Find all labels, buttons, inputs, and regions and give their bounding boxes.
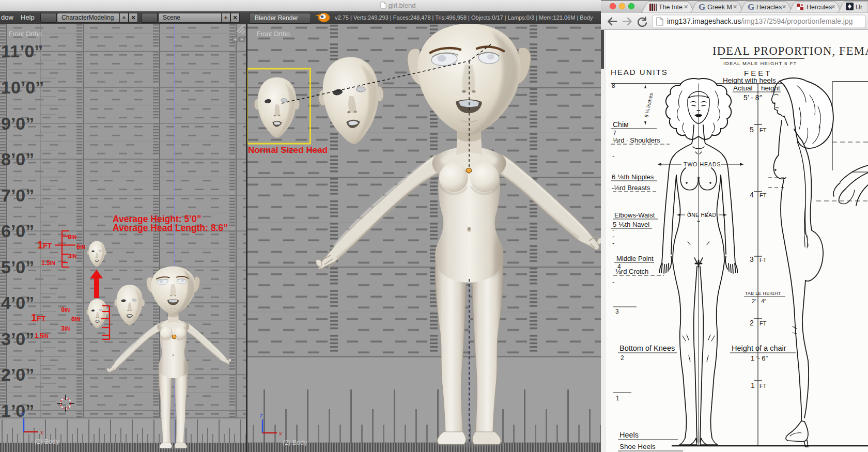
svg-text:G: G [748,2,754,12]
svg-text:1.5IN: 1.5IN [35,332,49,339]
svg-text:2′ - 4″: 2′ - 4″ [752,298,766,304]
svg-text:height: height [761,84,780,92]
svg-text:+: + [234,37,237,42]
svg-text:Mіddle Poіnt: Mіddle Poіnt [616,255,654,262]
svg-text:8: 8 [612,82,615,89]
svg-text:x: x [279,430,282,437]
svg-text:10’0”: 10’0” [1,77,44,97]
svg-text:8’0”: 8’0” [1,149,34,169]
svg-text:Height with heels: Height with heels [723,76,776,84]
svg-text:9’0”: 9’0” [1,114,34,133]
svg-text:7: 7 [613,130,616,137]
svg-text:FT: FT [760,320,767,326]
svg-text:Front Ortho: Front Ortho [257,30,290,38]
svg-text:6 ⅙th Nіpples: 6 ⅙th Nіpples [612,173,654,181]
svg-text:✕: ✕ [733,4,737,10]
svg-text:6’0”: 6’0” [1,221,34,241]
svg-text:6IN: 6IN [76,243,85,251]
svg-text:1 ′- 6″: 1 ′- 6″ [751,354,768,362]
svg-text:-⅓rd Breasts: -⅓rd Breasts [612,184,650,192]
svg-text:5′ - 8″: 5′ - 8″ [743,93,762,102]
svg-text:Actual: Actual [733,84,753,92]
svg-text:6IN: 6IN [71,315,80,323]
svg-text:(2) Body: (2) Body [35,438,59,445]
svg-text:2’0”: 2’0” [1,365,34,384]
svg-text:Ur: Ur [856,4,862,11]
svg-text:-: - [612,239,614,247]
svg-text:HEAD UNITS: HEAD UNITS [611,68,668,76]
svg-text:3: 3 [615,308,619,315]
svg-text:TWO HEADS: TWO HEADS [684,161,721,167]
svg-text:Front Ortho: Front Ortho [9,30,42,38]
svg-text:✕: ✕ [782,4,786,10]
svg-text:-: - [612,278,614,286]
svg-text:IDEAL PROPORTION, FEMA: IDEAL PROPORTION, FEMA [712,44,868,57]
svg-text:Shoe Heels: Shoe Heels [619,443,656,450]
svg-text:1.5IN: 1.5IN [41,259,55,267]
svg-text:5 ⅙th Navel: 5 ⅙th Navel [613,221,649,228]
svg-text:FT: FT [760,383,767,389]
svg-text:img137.imageshack.us/img137/25: img137.imageshack.us/img137/2594/proport… [667,17,853,25]
svg-text:⅓rd Crotch: ⅓rd Crotch [615,268,648,275]
svg-text:G: G [699,2,705,12]
svg-text:z: z [21,411,24,417]
svg-text:1: 1 [751,381,755,389]
svg-text:Heels: Heels [619,431,639,439]
svg-text:7’0”: 7’0” [1,185,34,205]
svg-text:Chiм: Chiм [613,120,629,129]
svg-text:5’0”: 5’0” [1,257,34,277]
svg-text:FT: FT [760,257,767,263]
svg-text:4’0”: 4’0” [1,293,34,313]
svg-text:11’0”: 11’0” [1,41,43,61]
svg-text:-: - [612,152,614,160]
svg-text:Elbows-Waіst: Elbows-Waіst [614,211,655,219]
svg-text:Heіght of a chaіr: Heіght of a chaіr [732,344,786,352]
svg-text:5: 5 [750,126,754,134]
svg-text:9IN: 9IN [61,306,70,314]
svg-text:9IN: 9IN [68,233,76,241]
svg-text:Average Head Length: 8.6”: Average Head Length: 8.6” [113,223,228,233]
svg-text:1: 1 [616,395,619,402]
svg-text:3IN: 3IN [61,324,70,332]
svg-text:3’0”: 3’0” [1,329,34,349]
svg-text:ONE HEAD: ONE HEAD [687,212,716,218]
svg-text:✕: ✕ [831,4,835,10]
svg-text:Normal Sized Head: Normal Sized Head [248,145,328,155]
svg-text:IDEAL MALE HEIGHT 6 FT: IDEAL MALE HEIGHT 6 FT [723,60,797,66]
svg-text:x: x [40,429,43,435]
svg-text:FT: FT [760,192,767,198]
svg-text:TAB LE HEIGHT: TAB LE HEIGHT [745,291,781,296]
svg-text:FT: FT [760,127,767,133]
svg-text:3IN: 3IN [68,252,76,260]
svg-text:Bottom of Knees: Bottom of Knees [619,344,675,352]
svg-text:3: 3 [750,255,754,263]
svg-text:z: z [260,412,263,418]
svg-text:+: + [241,37,243,42]
svg-text:2: 2 [750,319,754,327]
svg-text:4: 4 [750,191,754,199]
svg-text:2: 2 [621,354,624,362]
svg-text:Hercules: Hercules [807,4,832,11]
svg-text:Heracles: Heracles [756,4,782,11]
svg-text:✕: ✕ [684,4,688,10]
svg-text:Greek M: Greek M [707,4,732,11]
svg-text:⅓rd ∙ Shoulders: ⅓rd ∙ Shoulders [613,136,660,144]
svg-text:1’0”: 1’0” [1,401,34,420]
svg-text:(2) Body: (2) Body [283,439,307,446]
svg-text:The Inte: The Inte [659,4,683,11]
